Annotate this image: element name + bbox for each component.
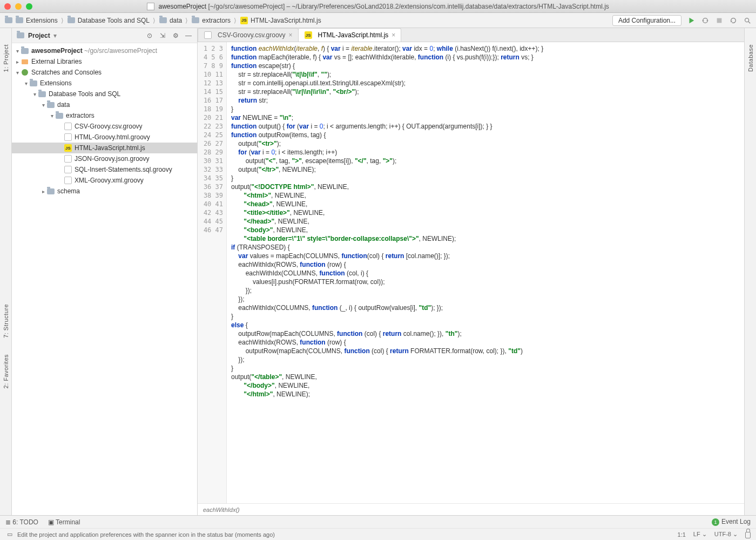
tree-node-label: extractors [66,112,94,119]
breadcrumb-segment[interactable]: HTML-JavaScript.html.js [251,17,321,24]
status-hint: Edit the project and application prefere… [17,531,275,538]
editor-area: CSV-Groovy.csv.groovy×JSHTML-JavaScript.… [198,28,744,515]
tool-favorites[interactable]: 2: Favorites [3,354,9,388]
js-file-icon: JS [64,144,72,152]
code-editor[interactable]: function eachWithIdx(iterable, f) { var … [227,42,744,503]
caret-position[interactable]: 1:1 [678,531,686,538]
folder-icon [191,16,200,25]
tree-node[interactable]: JSON-Groovy.json.groovy [12,153,197,164]
svg-point-4 [745,18,749,22]
readonly-lock-icon[interactable] [745,530,751,539]
folder-icon [4,16,13,25]
right-tool-strip: Database [744,28,756,515]
locate-icon[interactable]: ⊙ [145,31,154,40]
close-tab-icon[interactable]: × [289,31,293,39]
tree-node[interactable]: ▾Extensions [12,78,197,89]
line-number-gutter[interactable]: 1 2 3 4 5 6 7 8 9 10 11 12 13 14 15 16 1… [198,42,227,503]
bottom-tool-bar: ≣ 6: TODO ▣ Terminal 1Event Log [0,515,756,528]
tree-node-label: schema [57,187,80,195]
svg-point-7 [22,69,28,76]
folder-icon [159,16,167,25]
tree-scratches[interactable]: ▾ Scratches and Consoles [12,67,197,78]
tool-todo[interactable]: ≣ 6: TODO [5,518,38,526]
left-tool-strip: 1: Project 7: Structure 2: Favorites [0,28,12,515]
tool-database[interactable]: Database [747,44,754,72]
close-window-button[interactable] [4,3,11,10]
search-everywhere-icon[interactable] [743,16,752,25]
tree-node-label: CSV-Groovy.csv.groovy [75,123,143,130]
tree-node-label: HTML-JavaScript.html.js [75,144,145,152]
editor-breadcrumb[interactable]: eachWithIdx() [198,503,744,515]
tree-node-label: SQL-Insert-Statements.sql.groovy [75,166,172,173]
stop-icon[interactable] [715,16,724,25]
tree-external-libraries[interactable]: ▸ External Libraries [12,56,197,67]
hide-panel-icon[interactable]: — [184,31,193,40]
debug-icon[interactable] [701,16,710,25]
settings-gear-icon[interactable]: ⚙ [171,31,180,40]
folder-icon [55,111,64,120]
breadcrumb-segment[interactable]: data [170,17,182,24]
close-tab-icon[interactable]: × [392,31,395,39]
window-title: awesomeProject [~/go/src/awesomeProject]… [0,3,756,10]
settings-hint-icon: ▭ [5,530,14,539]
tree-node[interactable]: ▾data [12,99,197,110]
update-project-icon[interactable] [729,16,738,25]
tree-node-label: HTML-Groovy.html.groovy [75,133,150,141]
tree-node[interactable]: SQL-Insert-Statements.sql.groovy [12,164,197,175]
folder-icon [46,187,55,195]
folder-icon [67,16,76,25]
tree-root[interactable]: ▾ awesomeProject ~/go/src/awesomeProject [12,45,197,56]
tree-node-label: XML-Groovy.xml.groovy [75,177,144,184]
tool-structure[interactable]: 7: Structure [3,304,9,338]
folder-icon [15,16,24,25]
file-icon [204,31,212,39]
js-file-icon: JS [304,31,313,39]
tree-node-label: Database Tools and SQL [49,90,120,98]
collapse-all-icon[interactable]: ⇲ [158,31,167,40]
folder-icon [46,100,55,109]
tool-terminal[interactable]: ▣ Terminal [48,518,80,526]
window-titlebar: awesomeProject [~/go/src/awesomeProject]… [0,0,756,13]
file-icon [64,122,72,131]
folder-icon [29,79,38,87]
breadcrumb-segment[interactable]: Database Tools and SQL [78,17,150,24]
run-icon[interactable] [687,16,696,25]
add-configuration-button[interactable]: Add Configuration... [612,15,681,26]
tree-node[interactable]: JSHTML-JavaScript.html.js [12,143,197,153]
tool-event-log[interactable]: 1Event Log [712,518,751,526]
tree-node[interactable]: ▾Database Tools and SQL [12,89,197,99]
js-file-icon: JS [240,16,248,25]
project-tree[interactable]: ▾ awesomeProject ~/go/src/awesomeProject… [12,43,197,515]
file-icon [147,3,154,10]
tree-node[interactable]: CSV-Groovy.csv.groovy [12,121,197,132]
project-icon [16,31,25,40]
project-tool-window: Project ▾ ⊙ ⇲ ⚙ — ▾ awesomeProject ~/go/… [12,28,198,515]
line-separator[interactable]: LF ⌄ [693,531,707,538]
minimize-window-button[interactable] [15,3,22,10]
editor-tab[interactable]: CSV-Groovy.csv.groovy× [198,28,299,42]
tree-node[interactable]: HTML-Groovy.html.groovy [12,132,197,143]
editor-tabs: CSV-Groovy.csv.groovy×JSHTML-JavaScript.… [198,28,744,42]
tree-node[interactable]: ▾extractors [12,110,197,121]
tool-project[interactable]: 1: Project [3,44,9,72]
tab-label: CSV-Groovy.csv.groovy [218,31,286,39]
svg-rect-3 [717,18,722,23]
breadcrumb-segment[interactable]: extractors [202,17,231,24]
file-icon [64,165,72,174]
tree-node-label: Extensions [40,79,72,87]
svg-line-5 [748,21,751,23]
file-icon [64,176,72,185]
folder-icon [38,90,46,98]
breadcrumb-segment[interactable]: Extensions [26,17,58,24]
tree-node-label: JSON-Groovy.json.groovy [75,155,150,163]
tree-node[interactable]: XML-Groovy.xml.groovy [12,175,197,186]
svg-rect-6 [22,59,28,64]
zoom-window-button[interactable] [26,3,32,10]
editor-tab[interactable]: JSHTML-JavaScript.html.js× [298,28,402,42]
breadcrumb[interactable]: Extensions⟩Database Tools and SQL⟩data⟩e… [15,16,321,25]
file-encoding[interactable]: UTF-8 ⌄ [714,531,738,538]
tree-node[interactable]: ▸schema [12,186,197,197]
status-bar: ▭ Edit the project and application prefe… [0,528,756,540]
navigation-bar: Extensions⟩Database Tools and SQL⟩data⟩e… [0,13,756,28]
tab-label: HTML-JavaScript.html.js [318,31,389,39]
